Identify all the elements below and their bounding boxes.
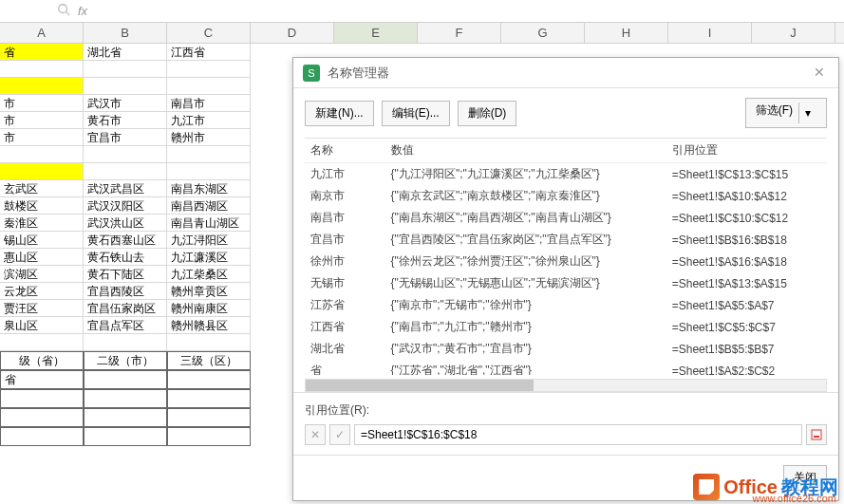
cell[interactable] [0, 408, 84, 427]
cell[interactable]: 九江濂溪区 [167, 249, 251, 266]
cell[interactable]: 宜昌西陵区 [84, 283, 167, 300]
reference-input[interactable] [354, 424, 802, 445]
cell[interactable]: 省 [0, 44, 84, 61]
cell[interactable]: 鼓楼区 [0, 197, 84, 215]
cell[interactable]: 赣州章贡区 [167, 283, 251, 300]
cell[interactable] [167, 408, 251, 427]
cell[interactable]: 九江柴桑区 [167, 266, 251, 283]
level-header[interactable]: 三级（区） [167, 351, 251, 370]
cell[interactable]: 市 [0, 95, 84, 112]
cell[interactable]: 武汉武昌区 [84, 180, 167, 197]
table-row[interactable]: 湖北省{"武汉市";"黄石市";"宜昌市"}=Sheet1!$B$5:$B$7 [305, 338, 827, 360]
cell[interactable] [84, 163, 167, 180]
cell[interactable] [167, 163, 251, 180]
cell[interactable] [167, 61, 251, 78]
cell[interactable] [167, 427, 251, 446]
cell[interactable] [167, 370, 251, 389]
cell[interactable]: 宜昌伍家岗区 [84, 300, 167, 317]
horizontal-scrollbar[interactable] [305, 379, 827, 392]
cell[interactable] [0, 334, 84, 351]
cell[interactable] [0, 78, 84, 95]
cell[interactable] [84, 334, 167, 351]
column-header-I[interactable]: I [668, 23, 752, 43]
cell[interactable]: 赣州赣县区 [167, 317, 251, 334]
cell[interactable]: 江西省 [167, 44, 251, 61]
table-row[interactable]: 南昌市{"南昌东湖区";"南昌西湖区";"南昌青山湖区"}=Sheet1!$C$… [305, 207, 827, 229]
table-row[interactable]: 南京市{"南京玄武区";"南京鼓楼区";"南京秦淮区"}=Sheet1!$A$1… [305, 185, 827, 207]
filter-button[interactable]: 筛选(F)▾ [745, 98, 827, 128]
cell[interactable]: 湖北省 [84, 44, 167, 61]
cell[interactable] [84, 427, 167, 446]
cell[interactable]: 南昌市 [167, 95, 251, 112]
level-header[interactable]: 级（省） [0, 351, 84, 370]
cell[interactable]: 泉山区 [0, 317, 84, 334]
cell[interactable]: 九江市 [167, 112, 251, 129]
cell[interactable]: 黄石西塞山区 [84, 232, 167, 249]
column-header-B[interactable]: B [84, 23, 167, 43]
cell[interactable]: 宜昌市 [84, 129, 167, 146]
cancel-ref-icon[interactable]: ✕ [305, 424, 326, 445]
column-header-E[interactable]: E [334, 23, 418, 43]
column-header-G[interactable]: G [501, 23, 585, 43]
cell[interactable]: 云龙区 [0, 283, 84, 300]
column-header-H[interactable]: H [585, 23, 668, 43]
cell[interactable] [167, 389, 251, 408]
cell[interactable] [0, 427, 84, 446]
cell[interactable]: 赣州市 [167, 129, 251, 146]
cell[interactable] [0, 389, 84, 408]
cell[interactable]: 省 [0, 370, 84, 389]
cell[interactable]: 市 [0, 129, 84, 146]
edit-button[interactable]: 编辑(E)... [382, 101, 450, 126]
header-value[interactable]: 数值 [385, 139, 666, 163]
column-header-F[interactable]: F [418, 23, 501, 43]
cell[interactable] [84, 389, 167, 408]
cell[interactable]: 滨湖区 [0, 266, 84, 283]
column-header-A[interactable]: A [0, 23, 84, 43]
cell[interactable]: 黄石铁山去 [84, 249, 167, 266]
header-name[interactable]: 名称 [305, 139, 385, 163]
cell[interactable]: 贾汪区 [0, 300, 84, 317]
cell[interactable] [0, 163, 84, 180]
column-header-D[interactable]: D [251, 23, 334, 43]
close-icon[interactable]: ✕ [810, 64, 829, 83]
cell[interactable] [167, 334, 251, 351]
cell[interactable] [167, 146, 251, 163]
header-ref[interactable]: 引用位置 [666, 139, 827, 163]
cell[interactable]: 武汉市 [84, 95, 167, 112]
cell[interactable] [0, 146, 84, 163]
collapse-dialog-icon[interactable] [806, 424, 827, 445]
cell[interactable]: 宜昌点军区 [84, 317, 167, 334]
cell[interactable]: 南昌西湖区 [167, 197, 251, 215]
cell[interactable]: 武汉汉阳区 [84, 197, 167, 215]
table-row[interactable]: 江西省{"南昌市";"九江市";"赣州市"}=Sheet1!$C$5:$C$7 [305, 316, 827, 338]
table-row[interactable]: 九江市{"九江浔阳区";"九江濂溪区";"九江柴桑区"}=Sheet1!$C$1… [305, 163, 827, 186]
cell[interactable]: 黄石下陆区 [84, 266, 167, 283]
fx-label[interactable]: fx [78, 4, 87, 18]
new-button[interactable]: 新建(N)... [305, 101, 374, 126]
table-row[interactable]: 省{"江苏省","湖北省","江西省"}=Sheet1!$A$2:$C$2 [305, 360, 827, 375]
column-header-C[interactable]: C [167, 23, 251, 43]
cell[interactable]: 九江浔阳区 [167, 232, 251, 249]
cell[interactable] [84, 370, 167, 389]
name-table-area[interactable]: 名称 数值 引用位置 九江市{"九江浔阳区";"九江濂溪区";"九江柴桑区"}=… [305, 138, 827, 375]
cell[interactable]: 黄石市 [84, 112, 167, 129]
cell[interactable]: 武汉洪山区 [84, 215, 167, 232]
cell[interactable]: 赣州南康区 [167, 300, 251, 317]
table-row[interactable]: 徐州市{"徐州云龙区";"徐州贾汪区";"徐州泉山区"}=Sheet1!$A$1… [305, 251, 827, 272]
cell[interactable]: 南昌东湖区 [167, 180, 251, 197]
column-header-J[interactable]: J [752, 23, 835, 43]
cell[interactable] [84, 78, 167, 95]
cell[interactable]: 秦淮区 [0, 215, 84, 232]
table-row[interactable]: 无锡市{"无锡锡山区";"无锡惠山区";"无锡滨湖区"}=Sheet1!$A$1… [305, 272, 827, 294]
confirm-ref-icon[interactable]: ✓ [329, 424, 350, 445]
table-row[interactable]: 江苏省{"南京市";"无锡市";"徐州市"}=Sheet1!$A$5:$A$7 [305, 294, 827, 316]
delete-button[interactable]: 删除(D) [458, 101, 517, 126]
cell[interactable] [0, 61, 84, 78]
cell[interactable]: 市 [0, 112, 84, 129]
cell[interactable] [84, 146, 167, 163]
cell[interactable] [167, 78, 251, 95]
cell[interactable]: 玄武区 [0, 180, 84, 197]
cell[interactable] [84, 408, 167, 427]
table-row[interactable]: 宜昌市{"宜昌西陵区";"宜昌伍家岗区";"宜昌点军区"}=Sheet1!$B$… [305, 229, 827, 251]
cell[interactable]: 惠山区 [0, 249, 84, 266]
